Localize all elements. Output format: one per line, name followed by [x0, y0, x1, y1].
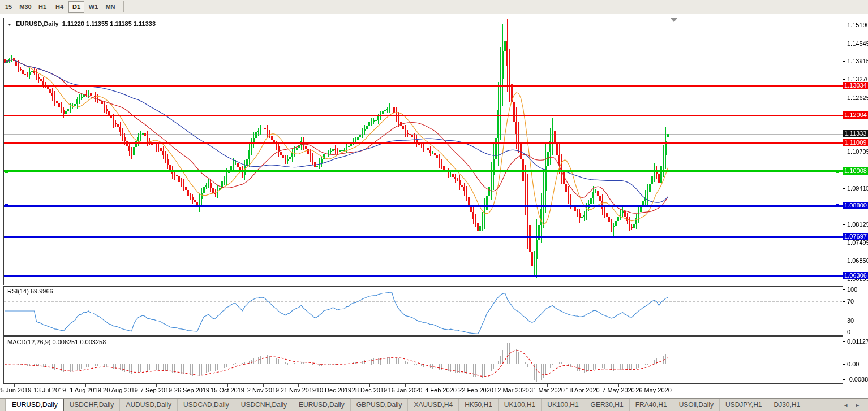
symbol-tab[interactable]: GBPUSD,Daily — [351, 399, 409, 411]
tab-scroll-arrows: ◄► — [840, 399, 868, 411]
symbol-tab[interactable]: HK50,H1 — [459, 399, 499, 411]
rsi-axis-label: 100 — [847, 286, 857, 293]
timeframe-button-15[interactable]: 15 — [1, 1, 16, 13]
price-axis-label: 1.09415 — [847, 185, 868, 192]
chart-title: ▼EURUSD,Daily 1.11220 1.11355 1.11185 1.… — [7, 20, 156, 27]
rsi-axis-label: 30 — [847, 317, 854, 324]
symbol-tab[interactable]: AUDUSD,Daily — [120, 399, 178, 411]
rsi-label: RSI(14) 69.9966 — [7, 288, 53, 295]
price-axis-label: 1.08125 — [847, 221, 868, 228]
symbol-tab[interactable]: USOil,Daily — [673, 399, 720, 411]
price-line-tag: 1.12004 — [843, 111, 868, 119]
price-axis-label: 1.10705 — [847, 148, 868, 155]
rsi-axis-label: 0 — [847, 328, 850, 335]
macd-label: MACD(12,26,9) 0.006251 0.003258 — [7, 339, 106, 345]
price-line-tag: 1.08800 — [843, 202, 868, 209]
timeframe-toolbar: 15M30H1H4D1W1MN — [0, 0, 868, 14]
macd-axis-label: 0.011277 — [847, 338, 868, 345]
symbol-tab[interactable]: XAUUSD,H4 — [408, 399, 459, 411]
macd-axis-label: 0.00 — [847, 361, 859, 367]
symbol-tab[interactable]: USDCNH,Daily — [235, 399, 293, 411]
price-line-tag: 1.06306 — [843, 272, 868, 279]
price-axis-label: 1.14545 — [847, 40, 868, 47]
price-line-tag: 1.10008 — [843, 167, 868, 175]
macd-axis-label: -0.008845 — [847, 376, 868, 383]
date-label: 26 May 2020 — [629, 387, 678, 393]
price-axis-label: 1.13915 — [847, 58, 868, 64]
price-axis-label: 1.12625 — [847, 94, 868, 101]
symbol-tab[interactable]: USDCAD,Daily — [178, 399, 235, 411]
timeframe-button-h1[interactable]: H1 — [35, 1, 50, 13]
chart-title-ohlc: 1.11220 1.11355 1.11185 1.11333 — [62, 20, 156, 27]
tabbar-left-spacer — [0, 399, 6, 411]
timeframe-button-h4[interactable]: H4 — [51, 1, 67, 13]
price-line-tag: 1.13034 — [843, 82, 868, 89]
symbol-tab[interactable]: UK100,H1 — [542, 399, 585, 411]
symbol-tab[interactable]: EURUSD,Daily — [6, 399, 64, 411]
timeframe-button-m30[interactable]: M30 — [18, 1, 33, 13]
chart-title-symbol: EURUSD,Daily — [16, 20, 59, 27]
tab-scroll-right-button[interactable]: ► — [852, 403, 863, 408]
symbol-tab[interactable]: DJ30,H1 — [768, 399, 807, 411]
timeframe-button-mn[interactable]: MN — [102, 1, 118, 13]
symbol-tab[interactable]: FRA40,H1 — [630, 399, 673, 411]
symbol-tab[interactable]: EURUSD,Daily — [293, 399, 351, 411]
symbol-tab[interactable]: UK100,H1 — [499, 399, 542, 411]
price-line-tag: 1.11009 — [843, 139, 868, 146]
tab-scroll-left-button[interactable]: ◄ — [840, 403, 852, 408]
symbol-tab[interactable]: USDJPY,H1 — [720, 399, 768, 411]
symbol-tab[interactable]: GER30,H1 — [585, 399, 630, 411]
symbol-tab[interactable]: USDCHF,Daily — [64, 399, 121, 411]
timeframe-button-w1[interactable]: W1 — [85, 1, 101, 13]
symbol-tabbar: EURUSD,DailyUSDCHF,DailyAUDUSD,DailyUSDC… — [0, 398, 868, 411]
price-axis-label: 1.06850 — [847, 257, 868, 264]
chart-canvas[interactable] — [0, 0, 868, 411]
price-line-tag: 1.07697 — [843, 233, 868, 240]
symbol-dropdown-icon[interactable]: ▼ — [7, 22, 12, 27]
timeframe-button-d1[interactable]: D1 — [68, 1, 84, 13]
current-price-tag: 1.11333 — [843, 130, 868, 137]
rsi-axis-label: 70 — [847, 298, 854, 305]
price-axis-label: 1.15190 — [847, 21, 868, 28]
chart-shift-marker — [670, 18, 678, 22]
toolbar-separator — [123, 1, 124, 12]
